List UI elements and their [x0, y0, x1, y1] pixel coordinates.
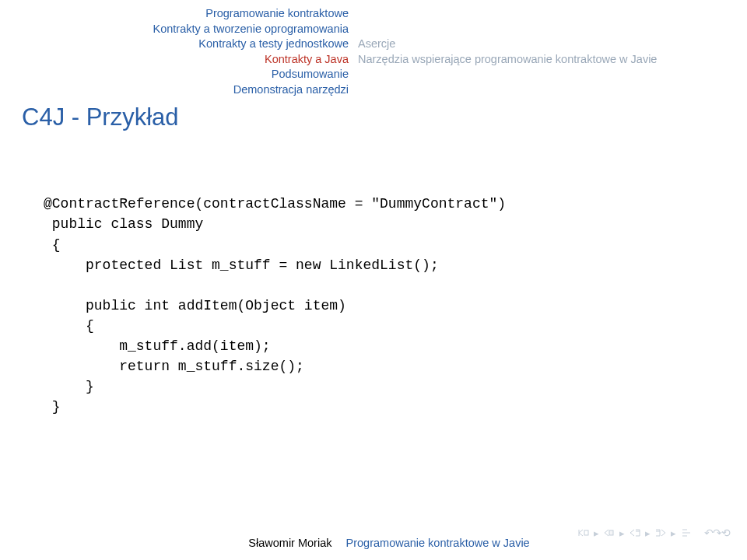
nav-prev-slide-icon[interactable] — [630, 529, 640, 537]
slide-title: C4J - Przykład — [0, 97, 747, 131]
nav-section-item[interactable]: Programowanie kontraktowe — [0, 6, 349, 22]
slide-header: Programowanie kontraktowe Kontrakty a tw… — [0, 0, 747, 97]
nav-section-item[interactable]: Podsumowanie — [0, 67, 349, 82]
nav-next-slide-icon[interactable] — [655, 529, 666, 537]
nav-reload-icon[interactable]: ↶↷⟲ — [704, 527, 730, 539]
code-listing: @ContractReference(contractClassName = "… — [0, 131, 747, 417]
nav-sep-icon: ▸ — [619, 527, 625, 539]
nav-section-item-current[interactable]: Kontrakty a Java — [0, 52, 349, 68]
svg-rect-1 — [609, 530, 613, 535]
footer-author: Sławomir Moriak — [248, 537, 342, 549]
slide-footer: Sławomir Moriak Programowanie kontraktow… — [0, 537, 747, 549]
nav-subsections: Asercje Narzędzia wspierające programowa… — [358, 6, 739, 97]
nav-first-icon[interactable] — [578, 529, 589, 537]
nav-sep-icon — [696, 527, 700, 539]
svg-rect-0 — [584, 530, 588, 535]
nav-subsection-item[interactable]: Narzędzia wspierające programowanie kont… — [358, 52, 739, 68]
nav-subsection-item[interactable]: Asercje — [358, 37, 739, 52]
nav-sep-icon: ▸ — [645, 527, 651, 539]
nav-sections: Programowanie kontraktowe Kontrakty a tw… — [0, 6, 358, 97]
nav-prev-icon[interactable] — [604, 529, 615, 537]
nav-sep-icon: ▸ — [594, 527, 599, 539]
nav-section-item[interactable]: Kontrakty a testy jednostkowe — [0, 37, 349, 52]
nav-section-item[interactable]: Kontrakty a tworzenie oprogramowania — [0, 22, 349, 37]
nav-dash-icon[interactable] — [681, 529, 692, 537]
beamer-nav-icons: ▸ ▸ ▸ ▸ ↶↷⟲ — [578, 527, 730, 539]
nav-sep-icon: ▸ — [671, 527, 676, 539]
nav-section-item[interactable]: Demonstracja narzędzi — [0, 82, 349, 98]
footer-title: Programowanie kontraktowe w Javie — [346, 537, 530, 549]
